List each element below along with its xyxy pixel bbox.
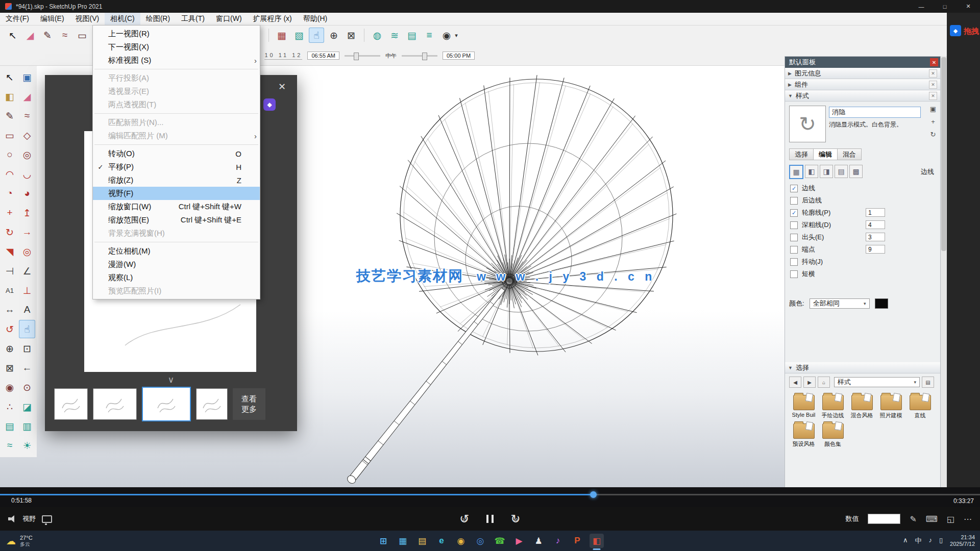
checkbox[interactable] [790, 270, 798, 278]
monitor-icon[interactable] [42, 515, 52, 523]
back-edges-tool[interactable]: ▦ [274, 28, 289, 43]
tray-header[interactable]: 默认面板 ✕ [785, 57, 940, 68]
close-button[interactable]: ✕ [957, 0, 980, 13]
details-icon[interactable]: ▤ [922, 377, 934, 388]
user-menu[interactable]: ◉ [439, 28, 454, 43]
freehand-tool[interactable]: ≈ [19, 107, 35, 125]
edge-settings-icon[interactable]: ▦ [789, 165, 803, 179]
timeline-track[interactable] [0, 494, 980, 495]
camera-menu-zoom[interactable]: 缩放(Z)Z [93, 173, 260, 187]
menu-camera[interactable]: 相机(C) [105, 13, 140, 25]
maximize-button[interactable]: □ [933, 0, 957, 13]
office-app-icon[interactable]: P [570, 534, 584, 548]
select-tool[interactable]: ↖ [2, 68, 18, 86]
line-tool[interactable]: ✎ [2, 107, 18, 125]
media-player-icon[interactable]: ▶ [512, 534, 526, 548]
section-components[interactable]: ▶组件✕ [785, 79, 940, 90]
user-menu-arrow[interactable]: ▾ [453, 28, 459, 43]
close-icon[interactable]: ✕ [278, 81, 286, 92]
camera-menu-prev-view[interactable]: 上一视图(R) [93, 27, 260, 40]
style-folder[interactable]: 预设风格 [789, 420, 818, 449]
volume-icon[interactable]: ♪ [928, 536, 932, 545]
menu-tools[interactable]: 工具(T) [176, 13, 210, 25]
taskbar-clock[interactable]: 21:34 2025/7/12 [950, 534, 975, 547]
edge-browser-icon[interactable]: e [434, 534, 449, 548]
checkbox[interactable] [790, 221, 798, 229]
watermark-settings-icon[interactable]: ▤ [835, 165, 848, 178]
rotate-tool[interactable]: ↻ [2, 223, 18, 241]
camera-menu-field-of-view[interactable]: 视野(F) [93, 187, 260, 200]
minimize-button[interactable]: — [910, 0, 933, 13]
color-mode-dropdown[interactable]: 全部相同 ▾ [810, 298, 870, 309]
menu-view[interactable]: 视图(V) [70, 13, 105, 25]
notes-pencil-icon[interactable]: ✎ [910, 514, 916, 524]
edge-option-value-input[interactable]: 9 [866, 245, 885, 254]
camera-menu-zoom-extents[interactable]: 缩放范围(E)Ctrl 键+Shift 键+E [93, 213, 260, 227]
menu-file[interactable]: 文件(F) [0, 13, 35, 25]
edge-option-value-input[interactable]: 1 [866, 208, 885, 217]
pause-button[interactable] [486, 515, 494, 523]
follow-me-tool[interactable]: → [19, 223, 35, 241]
shadow-end-time[interactable]: 05:00 PM [443, 52, 475, 60]
start-button[interactable]: ⊞ [376, 534, 390, 548]
position-camera-tool[interactable]: ◉ [2, 378, 18, 396]
thumbnail[interactable] [93, 388, 137, 420]
tray-scrollbar[interactable] [941, 56, 947, 507]
3d-text-tool[interactable]: A [19, 300, 35, 319]
drag-tool-icon[interactable]: ◆ [950, 25, 961, 36]
date-slider[interactable] [345, 55, 380, 57]
zoom-extents-tool[interactable]: ⊠ [2, 359, 18, 377]
thumbnail[interactable] [142, 387, 191, 421]
tab-mix[interactable]: 混合 [837, 148, 862, 160]
style-folder[interactable]: 颜色集 [818, 420, 847, 449]
three-point-arc-tool[interactable]: ◕ [19, 184, 35, 203]
dimension-tool[interactable]: ↔ [2, 300, 18, 319]
forward-30-button[interactable]: ↻30 [509, 512, 522, 525]
axes-tool[interactable]: ⊥ [19, 281, 35, 299]
move-tool[interactable]: + [2, 204, 18, 222]
section-plane-tool[interactable]: ◪ [19, 397, 35, 416]
browser-icon[interactable]: ◎ [473, 534, 487, 548]
freehand-tool[interactable]: ≈ [57, 28, 72, 43]
look-around-tool[interactable]: ⊙ [19, 378, 35, 396]
qq-icon[interactable]: ♟ [531, 534, 546, 548]
face-settings-icon[interactable]: ◧ [805, 165, 818, 178]
fog-tool[interactable]: ≡ [422, 28, 437, 43]
rectangle-tool[interactable]: ▭ [75, 28, 90, 43]
protractor-tool[interactable]: ∠ [19, 262, 35, 280]
polygon-tool[interactable]: ◎ [19, 145, 35, 164]
rewind-10-button[interactable]: ↺10 [458, 512, 471, 525]
style-description[interactable]: 消隐显示模式。白色背景。 [829, 121, 929, 129]
widgets-icon[interactable]: ▦ [396, 534, 410, 548]
tray-chevron-icon[interactable]: ∧ [903, 536, 908, 545]
section-styles[interactable]: ▼样式✕ [785, 90, 940, 102]
file-explorer-icon[interactable]: ▤ [415, 534, 429, 548]
menu-window[interactable]: 窗口(W) [210, 13, 248, 25]
tape-measure-tool[interactable]: ⊣ [2, 262, 18, 280]
display-panes-icon[interactable]: ▣ [928, 105, 938, 113]
video-timeline[interactable]: 0:51:58 0:33:27 [0, 487, 980, 507]
create-style-icon[interactable]: + [928, 117, 938, 126]
checkbox[interactable]: ✓ [790, 185, 798, 192]
edge-option-value-input[interactable]: 4 [866, 220, 885, 229]
menu-help[interactable]: 帮助(H) [298, 13, 333, 25]
music-app-icon[interactable]: ♪ [551, 534, 565, 548]
checkbox[interactable] [790, 234, 798, 241]
style-folder[interactable]: 直线 [905, 392, 935, 420]
battery-icon[interactable]: ▯ [939, 536, 943, 545]
style-folder[interactable]: 照片建模 [876, 392, 905, 420]
camera-menu-look-around[interactable]: 观察(L) [93, 271, 260, 284]
style-folder[interactable]: Style Buil [789, 392, 818, 420]
xray-mode-tool[interactable]: ▧ [291, 28, 307, 43]
menu-extensions[interactable]: 扩展程序 (x) [248, 13, 298, 25]
camera-menu-next-view[interactable]: 下一视图(X) [93, 40, 260, 54]
measurements-input[interactable] [868, 514, 900, 524]
circle-tool[interactable]: ○ [2, 145, 18, 164]
push-pull-tool[interactable]: ↥ [19, 204, 35, 222]
forward-arrow-icon[interactable]: ▶ [803, 377, 816, 388]
two-point-arc-tool[interactable]: ◡ [19, 165, 35, 183]
wechat-icon[interactable]: ☎ [493, 534, 507, 548]
checkbox[interactable]: ✓ [790, 209, 798, 217]
offset-tool[interactable]: ◎ [19, 242, 35, 261]
thumbnail[interactable] [54, 388, 88, 420]
